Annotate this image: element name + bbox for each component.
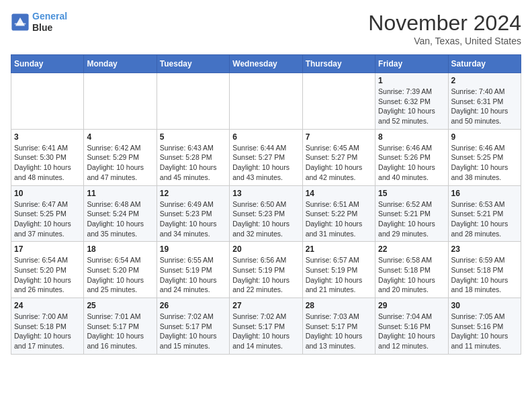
day-info: Sunrise: 6:59 AM Sunset: 5:18 PM Dayligh… bbox=[451, 255, 518, 295]
calendar-cell: 28Sunrise: 7:03 AM Sunset: 5:17 PM Dayli… bbox=[302, 298, 375, 355]
day-info: Sunrise: 6:54 AM Sunset: 5:20 PM Dayligh… bbox=[87, 255, 153, 295]
calendar-cell: 21Sunrise: 6:57 AM Sunset: 5:19 PM Dayli… bbox=[302, 242, 375, 298]
day-info: Sunrise: 7:02 AM Sunset: 5:17 PM Dayligh… bbox=[232, 312, 299, 351]
logo-text: General Blue bbox=[32, 11, 67, 34]
calendar-cell: 12Sunrise: 6:49 AM Sunset: 5:23 PM Dayli… bbox=[157, 185, 229, 242]
logo-icon bbox=[11, 13, 30, 32]
calendar-cell: 9Sunrise: 6:46 AM Sunset: 5:25 PM Daylig… bbox=[448, 129, 521, 185]
day-info: Sunrise: 7:02 AM Sunset: 5:17 PM Dayligh… bbox=[160, 312, 226, 351]
calendar-cell: 10Sunrise: 6:47 AM Sunset: 5:25 PM Dayli… bbox=[11, 185, 84, 242]
month-title: November 2024 bbox=[368, 11, 521, 36]
day-info: Sunrise: 6:49 AM Sunset: 5:23 PM Dayligh… bbox=[160, 199, 226, 239]
location: Van, Texas, United States bbox=[368, 36, 521, 46]
day-info: Sunrise: 6:55 AM Sunset: 5:19 PM Dayligh… bbox=[160, 255, 226, 295]
calendar-cell: 1Sunrise: 7:39 AM Sunset: 6:32 PM Daylig… bbox=[375, 73, 448, 130]
day-number: 18 bbox=[87, 244, 153, 254]
day-number: 14 bbox=[306, 189, 372, 198]
weekday-header: Friday bbox=[375, 55, 448, 73]
calendar-cell: 22Sunrise: 6:58 AM Sunset: 5:18 PM Dayli… bbox=[375, 242, 448, 298]
calendar-cell: 26Sunrise: 7:02 AM Sunset: 5:17 PM Dayli… bbox=[157, 298, 229, 355]
day-info: Sunrise: 6:46 AM Sunset: 5:25 PM Dayligh… bbox=[451, 143, 518, 183]
weekday-header: Tuesday bbox=[157, 55, 229, 73]
day-info: Sunrise: 6:58 AM Sunset: 5:18 PM Dayligh… bbox=[378, 255, 445, 295]
day-info: Sunrise: 7:03 AM Sunset: 5:17 PM Dayligh… bbox=[306, 312, 372, 351]
day-number: 2 bbox=[451, 76, 518, 85]
day-info: Sunrise: 7:01 AM Sunset: 5:17 PM Dayligh… bbox=[87, 312, 153, 351]
day-info: Sunrise: 7:04 AM Sunset: 5:16 PM Dayligh… bbox=[378, 312, 445, 351]
day-info: Sunrise: 6:53 AM Sunset: 5:21 PM Dayligh… bbox=[451, 199, 518, 239]
calendar-cell: 29Sunrise: 7:04 AM Sunset: 5:16 PM Dayli… bbox=[375, 298, 448, 355]
day-number: 22 bbox=[378, 244, 445, 254]
calendar-cell: 19Sunrise: 6:55 AM Sunset: 5:19 PM Dayli… bbox=[157, 242, 229, 298]
day-info: Sunrise: 7:00 AM Sunset: 5:18 PM Dayligh… bbox=[14, 312, 81, 351]
day-number: 27 bbox=[232, 301, 299, 310]
logo: General Blue bbox=[11, 11, 67, 34]
calendar-cell: 25Sunrise: 7:01 AM Sunset: 5:17 PM Dayli… bbox=[84, 298, 157, 355]
day-info: Sunrise: 6:44 AM Sunset: 5:27 PM Dayligh… bbox=[232, 143, 299, 183]
day-number: 30 bbox=[451, 301, 518, 310]
day-number: 3 bbox=[14, 132, 81, 142]
day-number: 9 bbox=[451, 132, 518, 142]
day-number: 11 bbox=[87, 189, 153, 198]
calendar-cell: 14Sunrise: 6:51 AM Sunset: 5:22 PM Dayli… bbox=[302, 185, 375, 242]
day-number: 15 bbox=[378, 189, 445, 198]
calendar-cell: 8Sunrise: 6:46 AM Sunset: 5:26 PM Daylig… bbox=[375, 129, 448, 185]
calendar-cell: 16Sunrise: 6:53 AM Sunset: 5:21 PM Dayli… bbox=[448, 185, 521, 242]
calendar-cell: 4Sunrise: 6:42 AM Sunset: 5:29 PM Daylig… bbox=[84, 129, 157, 185]
calendar-cell: 7Sunrise: 6:45 AM Sunset: 5:27 PM Daylig… bbox=[302, 129, 375, 185]
day-info: Sunrise: 7:39 AM Sunset: 6:32 PM Dayligh… bbox=[378, 87, 445, 126]
day-number: 25 bbox=[87, 301, 153, 310]
day-number: 28 bbox=[306, 301, 372, 310]
weekday-header: Thursday bbox=[302, 55, 375, 73]
calendar-cell: 17Sunrise: 6:54 AM Sunset: 5:20 PM Dayli… bbox=[11, 242, 84, 298]
calendar-header: SundayMondayTuesdayWednesdayThursdayFrid… bbox=[11, 55, 521, 73]
day-number: 7 bbox=[306, 132, 372, 142]
day-info: Sunrise: 6:41 AM Sunset: 5:30 PM Dayligh… bbox=[14, 143, 81, 183]
day-info: Sunrise: 6:47 AM Sunset: 5:25 PM Dayligh… bbox=[14, 199, 81, 239]
day-info: Sunrise: 7:40 AM Sunset: 6:31 PM Dayligh… bbox=[451, 87, 518, 126]
calendar-cell bbox=[84, 73, 157, 130]
calendar-cell: 27Sunrise: 7:02 AM Sunset: 5:17 PM Dayli… bbox=[230, 298, 302, 355]
calendar-cell bbox=[11, 73, 84, 130]
calendar-cell: 3Sunrise: 6:41 AM Sunset: 5:30 PM Daylig… bbox=[11, 129, 84, 185]
day-number: 13 bbox=[232, 189, 299, 198]
day-info: Sunrise: 6:57 AM Sunset: 5:19 PM Dayligh… bbox=[306, 255, 372, 295]
day-number: 16 bbox=[451, 189, 518, 198]
calendar-cell: 15Sunrise: 6:52 AM Sunset: 5:21 PM Dayli… bbox=[375, 185, 448, 242]
calendar-cell: 30Sunrise: 7:05 AM Sunset: 5:16 PM Dayli… bbox=[448, 298, 521, 355]
day-info: Sunrise: 6:56 AM Sunset: 5:19 PM Dayligh… bbox=[232, 255, 299, 295]
calendar-cell: 11Sunrise: 6:48 AM Sunset: 5:24 PM Dayli… bbox=[84, 185, 157, 242]
day-number: 17 bbox=[14, 244, 81, 254]
day-number: 1 bbox=[378, 76, 445, 85]
logo-line2: Blue bbox=[32, 22, 67, 34]
calendar-cell bbox=[302, 73, 375, 130]
svg-rect-2 bbox=[15, 23, 26, 24]
calendar-cell bbox=[157, 73, 229, 130]
day-info: Sunrise: 6:45 AM Sunset: 5:27 PM Dayligh… bbox=[306, 143, 372, 183]
day-number: 8 bbox=[378, 132, 445, 142]
title-block: November 2024 Van, Texas, United States bbox=[368, 11, 521, 46]
day-info: Sunrise: 6:48 AM Sunset: 5:24 PM Dayligh… bbox=[87, 199, 153, 239]
day-info: Sunrise: 6:43 AM Sunset: 5:28 PM Dayligh… bbox=[160, 143, 226, 183]
day-number: 26 bbox=[160, 301, 226, 310]
weekday-header: Monday bbox=[84, 55, 157, 73]
day-number: 10 bbox=[14, 189, 81, 198]
calendar-cell: 2Sunrise: 7:40 AM Sunset: 6:31 PM Daylig… bbox=[448, 73, 521, 130]
day-info: Sunrise: 6:50 AM Sunset: 5:23 PM Dayligh… bbox=[232, 199, 299, 239]
calendar-cell: 18Sunrise: 6:54 AM Sunset: 5:20 PM Dayli… bbox=[84, 242, 157, 298]
day-number: 19 bbox=[160, 244, 226, 254]
calendar-cell: 6Sunrise: 6:44 AM Sunset: 5:27 PM Daylig… bbox=[230, 129, 302, 185]
calendar-cell: 23Sunrise: 6:59 AM Sunset: 5:18 PM Dayli… bbox=[448, 242, 521, 298]
calendar-cell: 13Sunrise: 6:50 AM Sunset: 5:23 PM Dayli… bbox=[230, 185, 302, 242]
day-info: Sunrise: 6:46 AM Sunset: 5:26 PM Dayligh… bbox=[378, 143, 445, 183]
day-number: 6 bbox=[232, 132, 299, 142]
day-number: 23 bbox=[451, 244, 518, 254]
calendar-cell: 20Sunrise: 6:56 AM Sunset: 5:19 PM Dayli… bbox=[230, 242, 302, 298]
day-info: Sunrise: 6:52 AM Sunset: 5:21 PM Dayligh… bbox=[378, 199, 445, 239]
logo-line1: General bbox=[32, 11, 67, 21]
day-number: 29 bbox=[378, 301, 445, 310]
calendar: SundayMondayTuesdayWednesdayThursdayFrid… bbox=[11, 54, 521, 355]
weekday-header: Saturday bbox=[448, 55, 521, 73]
calendar-cell: 24Sunrise: 7:00 AM Sunset: 5:18 PM Dayli… bbox=[11, 298, 84, 355]
day-number: 24 bbox=[14, 301, 81, 310]
